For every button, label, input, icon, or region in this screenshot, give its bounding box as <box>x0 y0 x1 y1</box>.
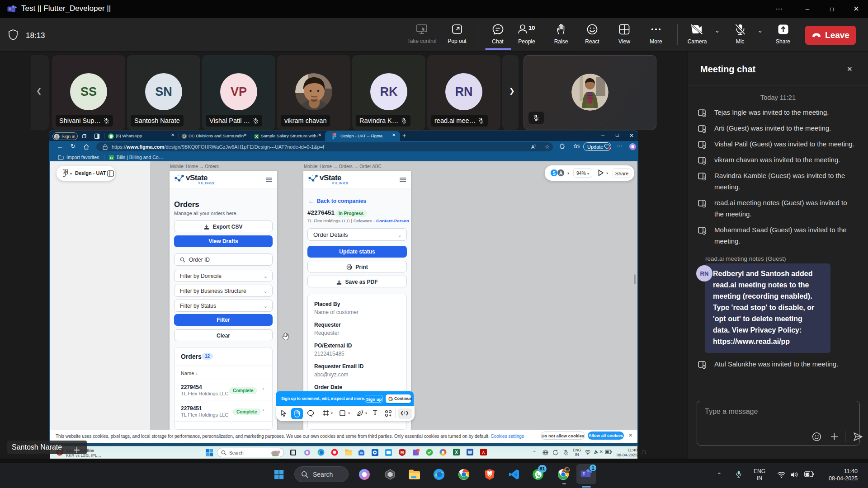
svg-text:X: X <box>255 134 258 139</box>
svg-text:M: M <box>401 450 404 455</box>
svg-text:2: 2 <box>417 449 419 452</box>
svg-text:A: A <box>482 450 485 455</box>
svg-text:B: B <box>110 156 113 160</box>
svg-text:T: T <box>9 7 11 11</box>
svg-text:X: X <box>455 450 458 455</box>
svg-text:T: T <box>582 471 585 476</box>
svg-text:W: W <box>468 450 472 455</box>
svg-text:10: 10 <box>528 24 535 31</box>
